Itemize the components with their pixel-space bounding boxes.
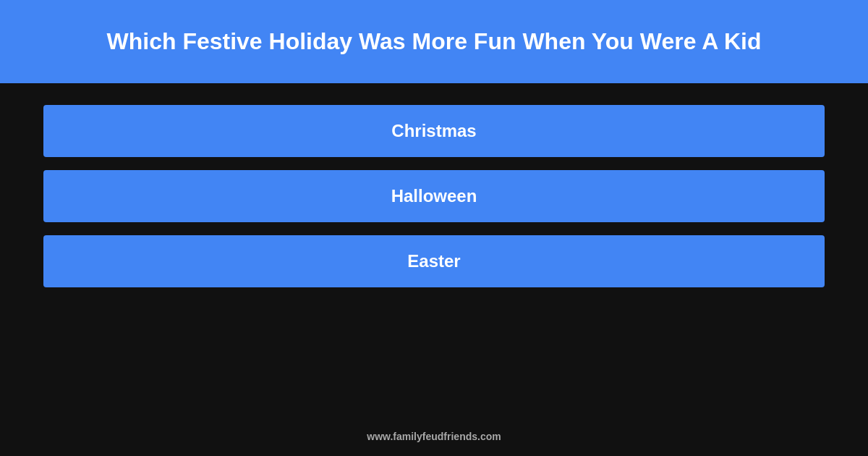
options-container: Christmas Halloween Easter bbox=[0, 83, 868, 309]
footer-url: www.familyfeudfriends.com bbox=[367, 431, 501, 442]
question-title: Which Festive Holiday Was More Fun When … bbox=[107, 27, 762, 57]
question-header: Which Festive Holiday Was More Fun When … bbox=[0, 0, 868, 83]
option-christmas[interactable]: Christmas bbox=[43, 105, 825, 157]
option-easter[interactable]: Easter bbox=[43, 235, 825, 287]
footer: www.familyfeudfriends.com bbox=[0, 430, 868, 443]
option-halloween[interactable]: Halloween bbox=[43, 170, 825, 222]
